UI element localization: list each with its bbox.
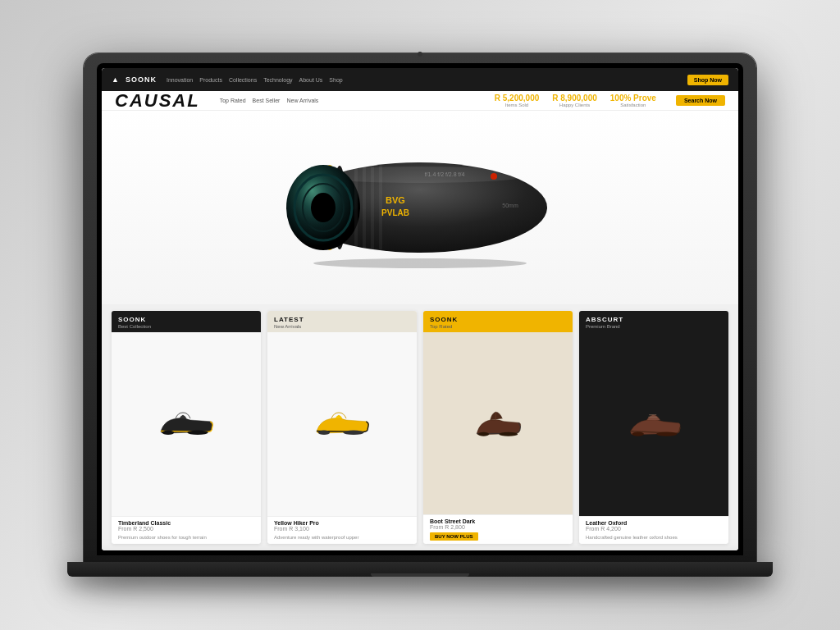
top-navbar: ▲ SOONK Innovation Products Collections … bbox=[102, 68, 738, 91]
svg-point-25 bbox=[632, 432, 643, 436]
product-card-2: SOONK Top Rated bbox=[423, 311, 573, 544]
card-1-description: Adventure ready with waterproof upper bbox=[274, 534, 358, 541]
sub-nav-new-arrivals[interactable]: New Arrivals bbox=[286, 98, 318, 103]
nav-link-products[interactable]: Products bbox=[199, 77, 222, 83]
svg-point-22 bbox=[343, 431, 363, 435]
nav-links: Innovation Products Collections Technolo… bbox=[167, 77, 678, 83]
card-2-action: BUY NOW PLUS bbox=[430, 532, 566, 541]
card-2-footer: Boot Street Dark From R 2,800 BUY NOW PL… bbox=[423, 514, 573, 544]
card-3-header: ABSCURT Premium Brand bbox=[579, 311, 728, 332]
sub-navbar: CAUSAL Top Rated Best Seller New Arrival… bbox=[102, 91, 738, 111]
sub-nav-items: Top Rated Best Seller New Arrivals bbox=[220, 98, 319, 103]
hero-stat-2: 100% Prove Satisfaction bbox=[610, 94, 656, 107]
nav-logo-prefix: ▲ bbox=[112, 75, 120, 84]
card-1-header: LATEST New Arrivals bbox=[267, 311, 417, 332]
card-3-category: ABSCURT bbox=[586, 316, 722, 323]
products-section: SOONK Best Collection bbox=[102, 304, 738, 550]
card-1-category: LATEST bbox=[274, 316, 410, 323]
svg-text:PVLAB: PVLAB bbox=[381, 208, 409, 217]
nav-link-technology[interactable]: Technology bbox=[263, 77, 292, 83]
hero-stat-value-1: R 8,900,000 bbox=[552, 94, 597, 103]
hero-product-area: BVG PVLAB f/ bbox=[102, 111, 738, 304]
nav-logo: ▲ SOONK bbox=[112, 75, 157, 84]
card-1-image bbox=[267, 332, 417, 516]
card-1-name: Yellow Hiker Pro bbox=[274, 520, 410, 526]
card-0-name: Timberland Classic bbox=[118, 520, 254, 526]
svg-point-20 bbox=[187, 431, 208, 435]
svg-text:50mm: 50mm bbox=[502, 203, 518, 208]
svg-point-15 bbox=[491, 173, 497, 180]
screen-bezel: ▲ SOONK Innovation Products Collections … bbox=[97, 63, 743, 555]
nav-link-about[interactable]: About Us bbox=[299, 77, 323, 83]
card-0-action: Premium outdoor shoes for tough terrain bbox=[118, 534, 254, 541]
hero-stat-label-0: Items Sold bbox=[495, 103, 540, 107]
hero-stat-label-2: Satisfaction bbox=[610, 103, 656, 107]
card-0-image bbox=[112, 332, 261, 516]
card-3-footer: Leather Oxford From R 4,200 Handcrafted … bbox=[579, 516, 728, 544]
card-1-subtitle: New Arrivals bbox=[274, 324, 410, 329]
hero-stat-0: R 5,200,000 Items Sold bbox=[495, 94, 540, 107]
laptop-screen-outer: ▲ SOONK Innovation Products Collections … bbox=[84, 53, 756, 562]
svg-rect-13 bbox=[371, 165, 374, 250]
hero-stat-1: R 8,900,000 Happy Clients bbox=[552, 94, 597, 107]
product-card-1: LATEST New Arrivals bbox=[267, 311, 417, 544]
svg-rect-12 bbox=[363, 165, 366, 250]
hero-stat-label-1: Happy Clients bbox=[552, 103, 597, 107]
webcam-icon bbox=[418, 52, 422, 57]
svg-point-19 bbox=[162, 431, 173, 435]
card-3-price: From R 4,200 bbox=[586, 526, 722, 532]
card-3-image bbox=[579, 332, 728, 516]
hero-search-button[interactable]: Search Now bbox=[676, 95, 725, 106]
website: ▲ SOONK Innovation Products Collections … bbox=[102, 68, 738, 550]
card-0-price: From R 2,500 bbox=[118, 526, 254, 532]
nav-link-innovation[interactable]: Innovation bbox=[167, 77, 193, 83]
svg-rect-11 bbox=[354, 165, 358, 250]
brand-logo-area: CAUSAL bbox=[115, 92, 200, 110]
card-0-footer: Timberland Classic From R 2,500 Premium … bbox=[112, 516, 261, 544]
svg-rect-14 bbox=[379, 165, 382, 250]
product-lens-image: BVG PVLAB f/ bbox=[281, 142, 559, 273]
card-2-header: SOONK Top Rated bbox=[423, 311, 573, 332]
sub-nav-best-seller[interactable]: Best Seller bbox=[253, 98, 281, 103]
card-3-subtitle: Premium Brand bbox=[586, 324, 722, 329]
card-2-category: SOONK bbox=[430, 316, 566, 323]
card-0-header: SOONK Best Collection bbox=[112, 311, 261, 332]
card-2-subtitle: Top Rated bbox=[430, 324, 566, 329]
screen-content: ▲ SOONK Innovation Products Collections … bbox=[102, 68, 738, 550]
svg-point-8 bbox=[311, 193, 336, 222]
nav-link-collections[interactable]: Collections bbox=[229, 77, 257, 83]
nav-link-shop[interactable]: Shop bbox=[329, 77, 342, 83]
card-1-footer: Yellow Hiker Pro From R 3,100 Adventure … bbox=[267, 516, 417, 544]
card-2-image bbox=[423, 332, 573, 514]
card-2-name: Boot Street Dark bbox=[430, 518, 566, 524]
card-0-category: SOONK bbox=[118, 316, 254, 323]
laptop-base bbox=[67, 562, 773, 577]
svg-text:f/1.4  f/2  f/2.8  f/4: f/1.4 f/2 f/2.8 f/4 bbox=[425, 171, 465, 177]
svg-point-23 bbox=[477, 431, 488, 436]
card-3-name: Leather Oxford bbox=[586, 520, 722, 526]
card-1-price: From R 3,100 bbox=[274, 526, 410, 532]
svg-text:BVG: BVG bbox=[386, 195, 405, 205]
card-0-description: Premium outdoor shoes for tough terrain bbox=[118, 534, 207, 541]
hero-stats: R 5,200,000 Items Sold R 8,900,000 Happy… bbox=[495, 94, 656, 107]
hero-stat-value-2: 100% Prove bbox=[610, 94, 656, 103]
svg-point-21 bbox=[317, 431, 329, 435]
svg-point-18 bbox=[313, 258, 527, 268]
brand-title: CAUSAL bbox=[115, 92, 200, 110]
product-card-3: ABSCURT Premium Brand bbox=[579, 311, 728, 544]
card-1-action: Adventure ready with waterproof upper bbox=[274, 534, 410, 541]
svg-point-26 bbox=[656, 432, 677, 436]
product-card-0: SOONK Best Collection bbox=[112, 311, 261, 544]
card-3-description: Handcrafted genuine leather oxford shoes bbox=[586, 534, 678, 541]
hero-stat-value-0: R 5,200,000 bbox=[495, 94, 540, 103]
card-3-action: Handcrafted genuine leather oxford shoes bbox=[586, 534, 722, 541]
nav-cta-button[interactable]: Shop Now bbox=[687, 75, 728, 85]
card-2-btn[interactable]: BUY NOW PLUS bbox=[430, 532, 478, 541]
card-2-price: From R 2,800 bbox=[430, 524, 566, 530]
laptop-mockup: ▲ SOONK Innovation Products Collections … bbox=[67, 53, 773, 577]
hero-section: CAUSAL Top Rated Best Seller New Arrival… bbox=[102, 91, 738, 304]
svg-point-24 bbox=[499, 431, 518, 436]
products-grid: SOONK Best Collection bbox=[112, 311, 728, 544]
sub-nav-top-rated[interactable]: Top Rated bbox=[220, 98, 246, 103]
card-0-subtitle: Best Collection bbox=[118, 324, 254, 329]
